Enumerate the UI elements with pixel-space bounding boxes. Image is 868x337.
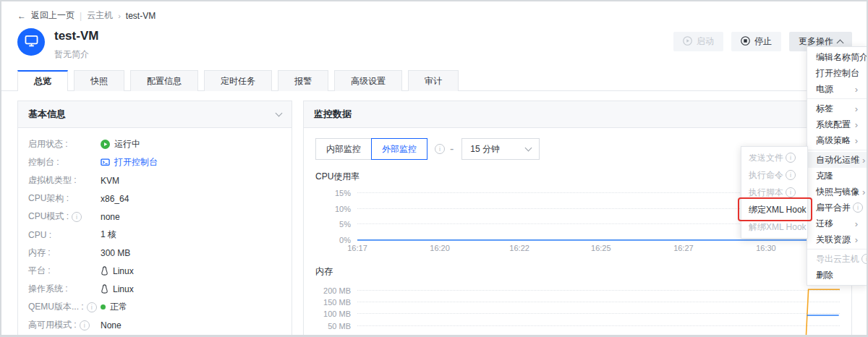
- x-tick-label: 16:20: [430, 244, 450, 252]
- menu-item-快照与镜像[interactable]: 快照与镜像›: [807, 184, 867, 200]
- start-icon: [683, 36, 692, 48]
- menu-item-关联资源[interactable]: 关联资源›: [807, 231, 867, 247]
- menu-item-label: 电源: [816, 83, 833, 95]
- submenu-item-text: 执行命令: [749, 169, 783, 182]
- menu-item-打开控制台[interactable]: 打开控制台: [807, 65, 867, 81]
- tab-审计[interactable]: 审计: [408, 70, 459, 91]
- submenu-arrow-icon: ›: [862, 187, 865, 197]
- menu-separator: [807, 98, 867, 99]
- linux-icon: [101, 284, 109, 294]
- info-icon[interactable]: i: [861, 254, 868, 264]
- info-icon[interactable]: i: [80, 320, 90, 330]
- breadcrumb: ← 返回上一页 | 云主机 › test-VM: [1, 1, 867, 22]
- menu-item-text: 高级策略: [816, 135, 851, 147]
- menu-item-导出云主机: 导出云主机i: [807, 251, 867, 267]
- info-value: 运行中: [101, 138, 140, 150]
- info-label: CPU :: [28, 230, 101, 240]
- menu-item-text: 快照与镜像: [816, 186, 859, 198]
- x-tick-label: 16:27: [673, 244, 694, 252]
- info-icon[interactable]: i: [786, 187, 796, 197]
- submenu-arrow-icon: ›: [855, 119, 858, 130]
- breadcrumb-divider: |: [80, 11, 82, 21]
- menu-item-label: 迁移: [816, 218, 833, 230]
- x-tick-label: 16:17: [347, 244, 367, 252]
- breadcrumb-section-link[interactable]: 云主机: [87, 9, 113, 22]
- submenu-arrow-icon: ›: [855, 234, 858, 245]
- info-label: 平台 :: [28, 265, 101, 277]
- menu-item-标签[interactable]: 标签›: [807, 101, 867, 116]
- stop-button[interactable]: 停止: [731, 32, 781, 51]
- tab-总览[interactable]: 总览: [17, 70, 68, 91]
- content: 基本信息 启用状态 :运行中控制台 :打开控制台虚拟机类型 :KVMCPU架构 …: [1, 91, 867, 337]
- info-icon[interactable]: i: [853, 202, 863, 213]
- menu-item-系统配置[interactable]: 系统配置›: [807, 116, 867, 132]
- collapse-chevron-icon[interactable]: [276, 110, 283, 117]
- menu-item-删除[interactable]: 删除: [807, 267, 867, 283]
- info-icon[interactable]: i: [786, 170, 796, 180]
- info-label: CPU模式 :i: [28, 210, 101, 223]
- dash-separator: -: [450, 142, 454, 155]
- menu-item-自动化运维[interactable]: 自动化运维›: [807, 152, 867, 168]
- menu-item-text: 迁移: [816, 218, 833, 230]
- info-label: 操作系统 :: [28, 283, 101, 295]
- info-icon[interactable]: i: [87, 302, 97, 312]
- info-value[interactable]: 打开控制台: [101, 156, 158, 168]
- menu-item-label: 导出云主机i: [816, 253, 868, 265]
- tab-报警[interactable]: 报警: [278, 70, 328, 91]
- start-button: 启动: [673, 32, 723, 51]
- back-arrow-icon[interactable]: ←: [17, 11, 26, 21]
- menu-separator: [807, 150, 867, 150]
- menu-item-text: 标签: [816, 103, 833, 115]
- console-icon: [101, 158, 110, 167]
- vm-description: 暂无简介: [54, 48, 98, 61]
- submenu-item-text: 绑定XML Hook: [749, 204, 807, 216]
- info-label-text: 控制台 :: [28, 156, 59, 168]
- menu-item-text: 电源: [816, 83, 833, 95]
- menu-item-电源[interactable]: 电源›: [807, 81, 867, 97]
- menu-item-扁平合并[interactable]: 扁平合并i: [807, 200, 867, 216]
- menu-item-text: 自动化运维: [816, 154, 859, 166]
- info-value: Linux: [101, 284, 134, 294]
- menu-item-编辑名称简介[interactable]: 编辑名称简介: [807, 49, 867, 65]
- info-label: 虚拟机类型 :: [28, 174, 101, 187]
- info-row-CPU架构: CPU架构 :x86_64: [28, 189, 281, 208]
- monitor-toggle-外部监控[interactable]: 外部监控: [371, 138, 427, 160]
- submenu-item-text: 发送文件: [749, 152, 783, 164]
- info-label-text: QEMU版本... :: [28, 301, 84, 313]
- info-row-CPU: CPU :1 核: [28, 226, 281, 244]
- info-label: 高可用模式 :i: [28, 319, 101, 331]
- chart-plot: 0 B50 MB100 MB150 MB200 MB: [357, 286, 840, 337]
- y-tick-label: 0 B: [339, 333, 351, 337]
- menu-item-label: 克隆: [816, 170, 833, 182]
- info-value-text: 正常: [110, 301, 127, 313]
- info-icon[interactable]: i: [72, 212, 82, 222]
- submenu-item-绑定XML Hook[interactable]: 绑定XML Hook: [741, 201, 807, 218]
- info-icon[interactable]: i: [786, 153, 796, 163]
- vm-avatar: [17, 28, 45, 56]
- submenu-arrow-icon: ›: [862, 155, 865, 166]
- tab-定时任务[interactable]: 定时任务: [204, 70, 272, 91]
- info-icon[interactable]: i: [435, 144, 445, 154]
- monitor-header: 监控数据: [304, 101, 851, 128]
- tab-快照[interactable]: 快照: [74, 70, 124, 91]
- linux-icon: [101, 266, 109, 276]
- info-label-text: 启用状态 :: [28, 138, 68, 150]
- tab-高级设置[interactable]: 高级设置: [334, 70, 402, 91]
- menu-item-高级策略[interactable]: 高级策略›: [807, 132, 867, 148]
- breadcrumb-separator-icon: ›: [118, 12, 121, 20]
- submenu-arrow-icon: ›: [855, 103, 858, 114]
- time-range-select[interactable]: 15 分钟: [461, 138, 540, 160]
- info-label: QEMU版本... :i: [28, 301, 101, 313]
- info-value-text: 运行中: [114, 138, 140, 150]
- breadcrumb-back-link[interactable]: 返回上一页: [31, 9, 75, 22]
- tab-配置信息[interactable]: 配置信息: [130, 70, 198, 91]
- menu-item-text: 扁平合并: [816, 202, 851, 214]
- info-value: 正常: [101, 301, 127, 313]
- tab-label: 高级设置: [351, 75, 386, 88]
- menu-item-克隆[interactable]: 克隆: [807, 168, 867, 184]
- stop-icon: [741, 36, 750, 48]
- menu-item-text: 克隆: [816, 170, 833, 182]
- monitor-toggle-内部监控[interactable]: 内部监控: [315, 138, 372, 160]
- menu-item-迁移[interactable]: 迁移›: [807, 216, 867, 231]
- submenu-item-发送文件: 发送文件i: [741, 149, 807, 166]
